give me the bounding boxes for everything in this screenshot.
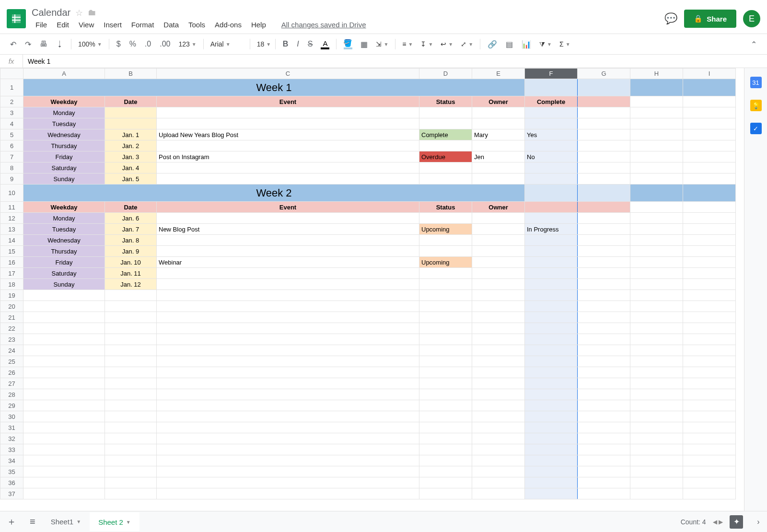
cell-weekday[interactable]: Thursday: [23, 140, 105, 151]
cell[interactable]: [472, 400, 525, 411]
cell[interactable]: [683, 107, 736, 118]
cell[interactable]: [683, 312, 736, 323]
cell[interactable]: [630, 118, 683, 129]
cell[interactable]: [683, 185, 736, 202]
cell-weekday[interactable]: Saturday: [23, 162, 105, 173]
cell[interactable]: [157, 444, 419, 455]
row-header-37[interactable]: 37: [0, 488, 23, 499]
hdr-complete[interactable]: Complete: [525, 96, 578, 107]
cell[interactable]: [525, 79, 578, 96]
sheet-tab-sheet1[interactable]: Sheet1▼: [42, 512, 90, 531]
cell[interactable]: [578, 301, 630, 312]
cell-owner[interactable]: [472, 257, 525, 268]
redo-button[interactable]: ↷: [22, 37, 35, 51]
cell-event[interactable]: [157, 173, 419, 185]
cell[interactable]: [683, 345, 736, 356]
menu-format[interactable]: Format: [128, 19, 158, 30]
cell[interactable]: [525, 185, 578, 202]
cell[interactable]: [578, 107, 630, 118]
cell-complete[interactable]: Yes: [525, 129, 578, 140]
cell-weekday[interactable]: Wednesday: [23, 129, 105, 140]
row-header-19[interactable]: 19: [0, 290, 23, 301]
cell[interactable]: [157, 411, 419, 422]
cell[interactable]: [578, 140, 630, 151]
cell[interactable]: [578, 151, 630, 162]
cell[interactable]: [630, 202, 683, 213]
cell-status[interactable]: [419, 268, 472, 279]
cell[interactable]: [23, 301, 105, 312]
row-header-6[interactable]: 6: [0, 140, 23, 151]
cell[interactable]: [472, 356, 525, 367]
zoom-select[interactable]: 100%▼: [75, 38, 105, 50]
insert-comment-button[interactable]: ▤: [502, 37, 516, 51]
cell-complete[interactable]: [525, 140, 578, 151]
hdr-status[interactable]: Status: [419, 96, 472, 107]
cell[interactable]: [630, 301, 683, 312]
cell[interactable]: [157, 400, 419, 411]
cell[interactable]: [472, 345, 525, 356]
cell[interactable]: [578, 290, 630, 301]
cell[interactable]: [472, 455, 525, 466]
cell[interactable]: [683, 279, 736, 290]
cell[interactable]: [157, 455, 419, 466]
row-header-31[interactable]: 31: [0, 422, 23, 433]
cell[interactable]: [419, 290, 472, 301]
italic-button[interactable]: I: [293, 37, 302, 51]
cell[interactable]: [23, 378, 105, 389]
cell-date[interactable]: Jan. 4: [105, 162, 157, 173]
cell[interactable]: [23, 422, 105, 433]
cell[interactable]: [578, 400, 630, 411]
row-header-21[interactable]: 21: [0, 312, 23, 323]
cell[interactable]: [105, 422, 157, 433]
cell-owner[interactable]: [472, 224, 525, 235]
cell[interactable]: [23, 323, 105, 334]
cell[interactable]: [578, 477, 630, 488]
currency-button[interactable]: $: [113, 37, 124, 51]
cell[interactable]: [683, 367, 736, 378]
cell[interactable]: [525, 433, 578, 444]
cell[interactable]: [419, 301, 472, 312]
cell[interactable]: [578, 444, 630, 455]
cell[interactable]: [105, 411, 157, 422]
cell[interactable]: [157, 466, 419, 477]
cell[interactable]: [683, 79, 736, 96]
cell-owner[interactable]: [472, 246, 525, 257]
cell[interactable]: [578, 323, 630, 334]
cell-status[interactable]: Upcoming: [419, 224, 472, 235]
cell[interactable]: [157, 389, 419, 400]
cell-status[interactable]: Complete: [419, 129, 472, 140]
cell[interactable]: [578, 422, 630, 433]
insert-chart-button[interactable]: 📊: [518, 37, 535, 51]
cell-weekday[interactable]: Saturday: [23, 268, 105, 279]
cell-status[interactable]: [419, 107, 472, 118]
cell[interactable]: [578, 367, 630, 378]
cell[interactable]: [472, 466, 525, 477]
cell-event[interactable]: [157, 246, 419, 257]
cell[interactable]: [630, 129, 683, 140]
cell[interactable]: [630, 334, 683, 345]
cell[interactable]: [23, 389, 105, 400]
cell-owner[interactable]: Jen: [472, 151, 525, 162]
cell[interactable]: [23, 345, 105, 356]
cell[interactable]: [683, 411, 736, 422]
cell[interactable]: [105, 301, 157, 312]
cell[interactable]: [23, 367, 105, 378]
cell[interactable]: [419, 477, 472, 488]
col-header-G[interactable]: G: [578, 69, 630, 79]
all-sheets-button[interactable]: ≡: [23, 516, 42, 527]
cell[interactable]: [630, 312, 683, 323]
cell[interactable]: [630, 246, 683, 257]
cell[interactable]: [578, 334, 630, 345]
cell[interactable]: [578, 129, 630, 140]
cell[interactable]: [419, 422, 472, 433]
cell[interactable]: [525, 367, 578, 378]
sheet-tab-sheet2[interactable]: Sheet 2▼: [90, 512, 139, 531]
menu-tools[interactable]: Tools: [185, 19, 209, 30]
cell[interactable]: [578, 96, 630, 107]
percent-button[interactable]: %: [126, 37, 139, 51]
cell-owner[interactable]: [472, 107, 525, 118]
cell[interactable]: [472, 477, 525, 488]
cell[interactable]: [105, 290, 157, 301]
cell[interactable]: [105, 345, 157, 356]
cell[interactable]: [630, 140, 683, 151]
